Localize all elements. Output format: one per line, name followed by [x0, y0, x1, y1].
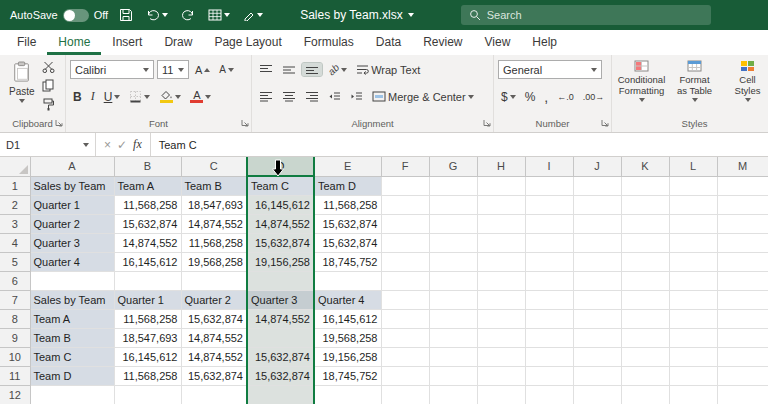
cell-J10[interactable] — [573, 347, 621, 366]
cell-B6[interactable] — [114, 271, 181, 290]
cell-C10[interactable]: 14,874,552 — [181, 347, 247, 366]
align-center-button[interactable] — [279, 90, 299, 103]
cell-K2[interactable] — [621, 195, 669, 214]
column-header-B[interactable]: B — [114, 157, 181, 176]
cell-F5[interactable] — [381, 252, 429, 271]
clipboard-dialog-launcher[interactable] — [55, 117, 63, 129]
cell-F8[interactable] — [381, 309, 429, 328]
cell-J7[interactable] — [573, 290, 621, 309]
comma-style-button[interactable]: , — [541, 88, 551, 106]
cell-C4[interactable]: 11,568,258 — [181, 233, 247, 252]
bold-button[interactable]: B — [70, 89, 85, 105]
cell-D7[interactable]: Quarter 3 — [247, 290, 314, 309]
cell-M8[interactable] — [717, 309, 768, 328]
autosave-toggle[interactable]: AutoSave Off — [10, 9, 108, 22]
search-input[interactable] — [487, 9, 667, 21]
redo-button[interactable] — [179, 7, 197, 24]
grow-font-button[interactable]: A — [192, 63, 213, 77]
cell-A11[interactable]: Team D — [30, 366, 114, 385]
cell-M10[interactable] — [717, 347, 768, 366]
tab-home[interactable]: Home — [47, 30, 101, 55]
decrease-decimal-button[interactable]: .00→ — [580, 91, 608, 103]
cell-M12[interactable] — [717, 385, 768, 404]
cell-D6[interactable] — [247, 271, 314, 290]
cell-B1[interactable]: Team A — [114, 176, 181, 195]
cell-A1[interactable]: Sales by Team — [30, 176, 114, 195]
cell-I9[interactable] — [525, 328, 573, 347]
cell-F1[interactable] — [381, 176, 429, 195]
cell-E3[interactable]: 15,632,874 — [314, 214, 381, 233]
row-header-5[interactable]: 5 — [0, 252, 30, 271]
cell-M7[interactable] — [717, 290, 768, 309]
cell-A2[interactable]: Quarter 1 — [30, 195, 114, 214]
cell-F7[interactable] — [381, 290, 429, 309]
cell-K11[interactable] — [621, 366, 669, 385]
cell-M4[interactable] — [717, 233, 768, 252]
autosave-switch[interactable] — [63, 9, 89, 22]
cell-I1[interactable] — [525, 176, 573, 195]
cell-C6[interactable] — [181, 271, 247, 290]
cell-C3[interactable]: 14,874,552 — [181, 214, 247, 233]
cell-M1[interactable] — [717, 176, 768, 195]
cell-B3[interactable]: 15,632,874 — [114, 214, 181, 233]
cell-D2[interactable]: 16,145,612 — [247, 195, 314, 214]
cell-F4[interactable] — [381, 233, 429, 252]
cell-H2[interactable] — [477, 195, 525, 214]
font-dialog-launcher[interactable] — [241, 117, 249, 129]
pen-tool-button[interactable] — [241, 7, 265, 23]
cell-J3[interactable] — [573, 214, 621, 233]
cell-C5[interactable]: 19,568,258 — [181, 252, 247, 271]
row-header-9[interactable]: 9 — [0, 328, 30, 347]
cell-L1[interactable] — [669, 176, 717, 195]
row-header-3[interactable]: 3 — [0, 214, 30, 233]
cell-E9[interactable]: 19,568,258 — [314, 328, 381, 347]
cell-E2[interactable]: 11,568,258 — [314, 195, 381, 214]
cell-G8[interactable] — [429, 309, 477, 328]
cell-A4[interactable]: Quarter 3 — [30, 233, 114, 252]
cell-C8[interactable]: 15,632,874 — [181, 309, 247, 328]
column-header-J[interactable]: J — [573, 157, 621, 176]
cell-I6[interactable] — [525, 271, 573, 290]
cell-M9[interactable] — [717, 328, 768, 347]
cell-G5[interactable] — [429, 252, 477, 271]
tab-help[interactable]: Help — [521, 30, 568, 55]
document-title[interactable]: Sales by Team.xlsx — [300, 8, 414, 22]
cell-C7[interactable]: Quarter 2 — [181, 290, 247, 309]
copy-button[interactable] — [42, 79, 55, 94]
cell-L9[interactable] — [669, 328, 717, 347]
column-header-M[interactable]: M — [717, 157, 768, 176]
cell-C11[interactable]: 15,632,874 — [181, 366, 247, 385]
cell-A10[interactable]: Team C — [30, 347, 114, 366]
cell-F2[interactable] — [381, 195, 429, 214]
percent-style-button[interactable]: % — [522, 89, 539, 105]
cell-H7[interactable] — [477, 290, 525, 309]
row-header-7[interactable]: 7 — [0, 290, 30, 309]
cell-E4[interactable]: 15,632,874 — [314, 233, 381, 252]
cell-H4[interactable] — [477, 233, 525, 252]
cell-J12[interactable] — [573, 385, 621, 404]
cell-L10[interactable] — [669, 347, 717, 366]
cell-J8[interactable] — [573, 309, 621, 328]
cell-A6[interactable] — [30, 271, 114, 290]
cell-J9[interactable] — [573, 328, 621, 347]
cell-L2[interactable] — [669, 195, 717, 214]
cell-I4[interactable] — [525, 233, 573, 252]
cell-B7[interactable]: Quarter 1 — [114, 290, 181, 309]
cell-F12[interactable] — [381, 385, 429, 404]
cell-G9[interactable] — [429, 328, 477, 347]
cell-B9[interactable]: 18,547,693 — [114, 328, 181, 347]
cell-L12[interactable] — [669, 385, 717, 404]
cell-F3[interactable] — [381, 214, 429, 233]
format-painter-button[interactable] — [42, 98, 55, 113]
cell-E11[interactable]: 18,745,752 — [314, 366, 381, 385]
column-header-I[interactable]: I — [525, 157, 573, 176]
cell-B8[interactable]: 11,568,258 — [114, 309, 181, 328]
cell-F10[interactable] — [381, 347, 429, 366]
row-header-11[interactable]: 11 — [0, 366, 30, 385]
format-as-table-button[interactable]: Format as Table — [669, 58, 720, 104]
cell-K10[interactable] — [621, 347, 669, 366]
cell-K9[interactable] — [621, 328, 669, 347]
cell-H3[interactable] — [477, 214, 525, 233]
cell-E8[interactable]: 16,145,612 — [314, 309, 381, 328]
cell-C12[interactable] — [181, 385, 247, 404]
